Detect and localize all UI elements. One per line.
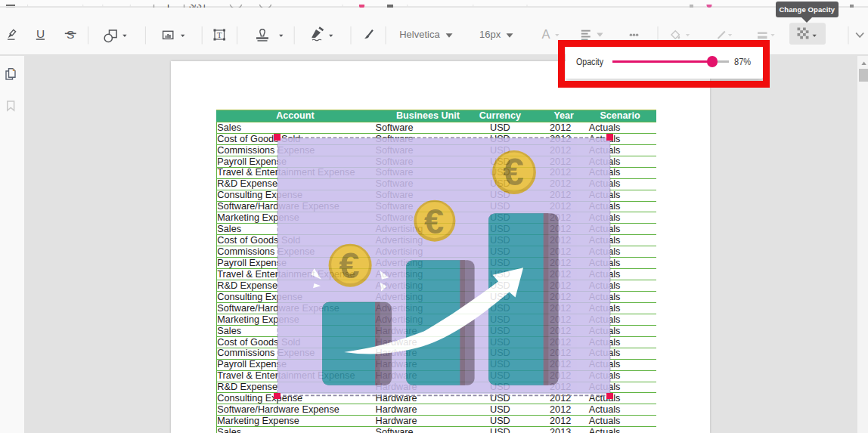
- svg-text:U: U: [36, 27, 45, 40]
- svg-text:16px: 16px: [479, 29, 501, 40]
- svg-text:A: A: [541, 27, 550, 41]
- svg-text:S: S: [67, 27, 74, 40]
- svg-text:Helvetica: Helvetica: [399, 29, 440, 40]
- svg-text:T: T: [217, 30, 222, 39]
